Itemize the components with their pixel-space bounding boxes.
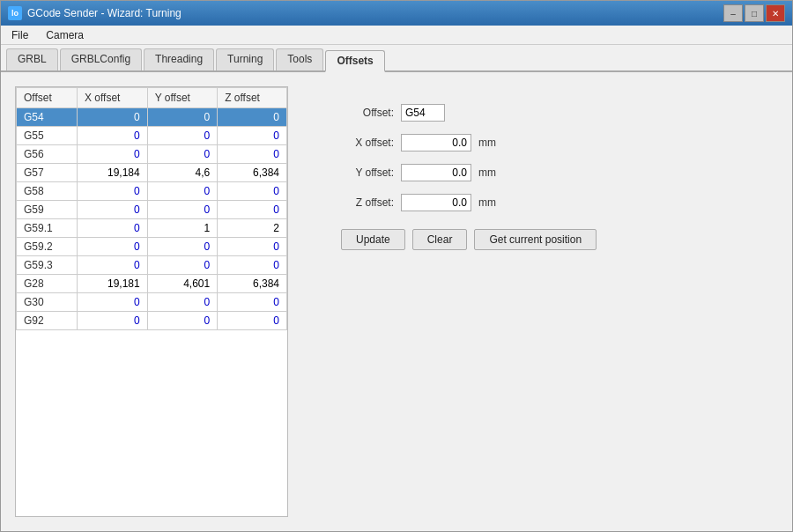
right-panel: Offset: X offset: mm Y offset: mm Z offs… bbox=[306, 86, 778, 517]
z-offset-row: Z offset: mm bbox=[341, 194, 496, 211]
update-button[interactable]: Update bbox=[341, 229, 405, 250]
z-offset-input[interactable] bbox=[401, 194, 471, 211]
tabs-bar: GRBL GRBLConfig Threading Turning Tools … bbox=[1, 45, 792, 72]
x-offset-input[interactable] bbox=[401, 134, 471, 151]
y-offset-input[interactable] bbox=[401, 164, 471, 181]
offsets-table: Offset X offset Y offset Z offset G54000… bbox=[16, 87, 287, 330]
table-row[interactable]: G55000 bbox=[17, 127, 287, 145]
x-unit: mm bbox=[478, 137, 496, 149]
main-window: lo GCode Sender - Wizard: Turning – □ ✕ … bbox=[0, 0, 793, 532]
table-row[interactable]: G59000 bbox=[17, 201, 287, 219]
get-current-position-button[interactable]: Get current position bbox=[474, 229, 597, 250]
maximize-button[interactable]: □ bbox=[745, 4, 764, 22]
table-row[interactable]: G59.1012 bbox=[17, 219, 287, 238]
col-header-y: Y offset bbox=[147, 88, 217, 108]
action-buttons: Update Clear Get current position bbox=[341, 229, 597, 250]
menu-camera[interactable]: Camera bbox=[39, 27, 91, 43]
tab-grbl[interactable]: GRBL bbox=[6, 48, 58, 70]
table-row[interactable]: G59.3000 bbox=[17, 256, 287, 275]
tab-threading[interactable]: Threading bbox=[144, 48, 214, 70]
window-title: GCode Sender - Wizard: Turning bbox=[27, 7, 182, 19]
y-unit: mm bbox=[478, 166, 496, 179]
offsets-table-container: Offset X offset Y offset Z offset G54000… bbox=[15, 86, 288, 517]
tab-offsets[interactable]: Offsets bbox=[325, 50, 384, 72]
menu-file[interactable]: File bbox=[4, 27, 35, 43]
offset-row: Offset: bbox=[341, 104, 445, 122]
z-unit: mm bbox=[478, 196, 496, 209]
x-offset-label: X offset: bbox=[341, 137, 394, 149]
title-bar: lo GCode Sender - Wizard: Turning – □ ✕ bbox=[1, 1, 792, 26]
y-offset-label: Y offset: bbox=[341, 166, 394, 179]
table-row[interactable]: G54000 bbox=[17, 108, 287, 127]
menu-bar: File Camera bbox=[1, 26, 792, 45]
clear-button[interactable]: Clear bbox=[412, 229, 468, 250]
table-row[interactable]: G59.2000 bbox=[17, 238, 287, 256]
z-offset-label: Z offset: bbox=[341, 196, 394, 209]
tab-tools[interactable]: Tools bbox=[276, 48, 323, 70]
window-controls: – □ ✕ bbox=[723, 4, 785, 22]
col-header-z: Z offset bbox=[218, 88, 287, 108]
app-icon: lo bbox=[8, 6, 22, 20]
content-area: Offset X offset Y offset Z offset G54000… bbox=[1, 72, 792, 531]
table-row[interactable]: G5719,1844,66,384 bbox=[17, 164, 287, 182]
table-row[interactable]: G56000 bbox=[17, 145, 287, 164]
close-button[interactable]: ✕ bbox=[766, 4, 785, 22]
table-row[interactable]: G58000 bbox=[17, 182, 287, 201]
table-row[interactable]: G2819,1814,6016,384 bbox=[17, 275, 287, 293]
y-offset-row: Y offset: mm bbox=[341, 164, 496, 181]
col-header-x: X offset bbox=[77, 88, 147, 108]
table-row[interactable]: G92000 bbox=[17, 312, 287, 330]
offset-label: Offset: bbox=[341, 107, 394, 119]
col-header-offset: Offset bbox=[17, 88, 78, 108]
table-row[interactable]: G30000 bbox=[17, 293, 287, 312]
tab-grblconfig[interactable]: GRBLConfig bbox=[60, 48, 142, 70]
offset-input[interactable] bbox=[401, 104, 445, 122]
tab-turning[interactable]: Turning bbox=[216, 48, 274, 70]
minimize-button[interactable]: – bbox=[723, 4, 743, 22]
x-offset-row: X offset: mm bbox=[341, 134, 496, 151]
